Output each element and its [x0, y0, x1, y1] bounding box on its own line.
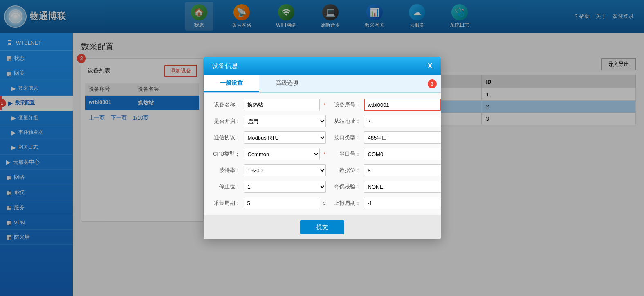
slave-addr-input[interactable] [364, 115, 441, 127]
tab-general-label: 一般设置 [220, 79, 243, 86]
report-period-label: 上报周期： [332, 199, 361, 207]
device-info-modal: 设备信息 X 一般设置 高级选项 3 设备名称： [204, 57, 441, 239]
report-period-input[interactable] [364, 197, 441, 209]
enable-row: 是否开启： 启用 禁用 [212, 115, 326, 127]
modal-header: 设备信息 X [204, 57, 441, 75]
port-no-label: 串口号： [332, 150, 361, 158]
data-bits-select[interactable]: 8 7 [364, 164, 441, 176]
modal-overlay: 设备信息 X 一般设置 高级选项 3 设备名称： [0, 0, 644, 296]
baud-rate-label: 波特率： [212, 167, 240, 174]
slave-addr-label: 从站地址： [332, 117, 361, 125]
modal-body: 设备名称： * 是否开启： 启用 禁用 通信协议： [204, 93, 441, 215]
device-id-input[interactable] [364, 99, 441, 111]
tab-general[interactable]: 一般设置 [204, 75, 259, 92]
device-id-label: 设备序号： [332, 101, 361, 108]
stop-bits-label: 停止位： [212, 183, 240, 190]
data-bits-row: 数据位： 8 7 [332, 164, 441, 176]
modal-footer: 提交 [204, 215, 441, 239]
device-id-row: 设备序号： * [332, 99, 441, 111]
port-type-select[interactable]: 485串口 232串口 网口 [364, 131, 441, 144]
device-name-row: 设备名称： * [212, 99, 326, 111]
badge-3: 3 [428, 79, 437, 88]
parity-row: 奇偶校验： NONE ODD EVEN [332, 181, 441, 193]
collect-period-label: 采集周期： [212, 199, 240, 207]
tab-advanced-label: 高级选项 [276, 79, 298, 86]
port-type-row: 接口类型： 485串口 232串口 网口 [332, 131, 441, 144]
collect-period-row: 采集周期： s [212, 197, 326, 209]
slave-addr-row: 从站地址： [332, 115, 441, 127]
baud-rate-row: 波特率： 9600 19200 38400 115200 [212, 164, 326, 176]
report-period-row: 上报周期： s [332, 197, 441, 209]
submit-button[interactable]: 提交 [300, 220, 344, 234]
parity-label: 奇偶校验： [332, 183, 361, 190]
right-col: 设备序号： * 从站地址： 接口类型： 485串口 232串口 [332, 99, 441, 209]
left-col: 设备名称： * 是否开启： 启用 禁用 通信协议： [212, 99, 326, 209]
cpu-type-label: CPU类型： [212, 150, 240, 158]
collect-period-input[interactable] [244, 197, 320, 209]
enable-label: 是否开启： [212, 117, 240, 125]
tab-advanced[interactable]: 高级选项 [259, 75, 315, 92]
baud-rate-select[interactable]: 9600 19200 38400 115200 [244, 164, 326, 176]
stop-bits-select[interactable]: 1 2 [244, 181, 326, 193]
collect-period-unit: s [323, 200, 326, 206]
protocol-row: 通信协议： Modbus RTU Modbus TCP [212, 131, 326, 144]
cpu-type-select[interactable]: Common S7-200 S7-300 [244, 148, 320, 160]
device-name-required: * [324, 102, 326, 108]
form-grid: 设备名称： * 是否开启： 启用 禁用 通信协议： [212, 99, 433, 209]
modal-title: 设备信息 [212, 62, 238, 70]
modal-tabs: 一般设置 高级选项 3 [204, 75, 441, 93]
cpu-type-row: CPU类型： Common S7-200 S7-300 * [212, 148, 326, 160]
port-no-row: 串口号： COM0 COM1 COM2 [332, 148, 441, 160]
port-type-label: 接口类型： [332, 134, 361, 141]
modal-close-button[interactable]: X [427, 62, 432, 70]
stop-bits-row: 停止位： 1 2 [212, 181, 326, 193]
cpu-type-required: * [324, 151, 326, 157]
protocol-select[interactable]: Modbus RTU Modbus TCP [244, 131, 326, 144]
port-no-select[interactable]: COM0 COM1 COM2 [364, 148, 441, 160]
enable-select[interactable]: 启用 禁用 [244, 115, 326, 127]
parity-select[interactable]: NONE ODD EVEN [364, 181, 441, 193]
device-name-input[interactable] [244, 99, 320, 111]
data-bits-label: 数据位： [332, 167, 361, 174]
protocol-label: 通信协议： [212, 134, 240, 141]
device-name-label: 设备名称： [212, 101, 240, 108]
